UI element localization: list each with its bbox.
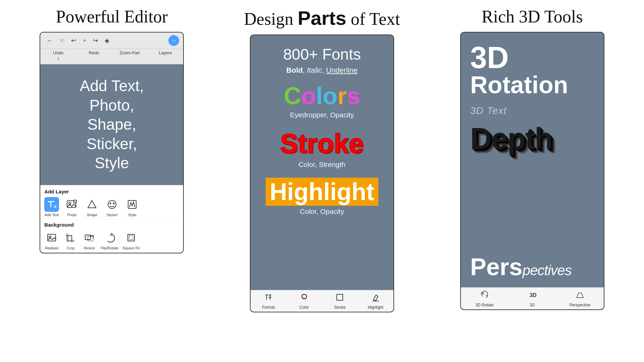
p2-stroke-sub: Color, Strength [260,161,384,169]
add-layer-title: Add Layer [44,189,179,194]
bg-item-crop[interactable]: Crop [63,230,78,250]
p3-3dtext-block: 3D Text [470,105,594,116]
svg-text:+: + [55,205,56,208]
phone3-toolbar: 3D 3D Rotate 3D 3D [461,287,604,309]
bg-icons-row: Replace Crop [44,230,179,250]
p2-highlight-word: Highlight [260,178,384,205]
squarefit-icon [124,230,139,245]
3d-icon: 3D [528,290,537,301]
p2-tool-format[interactable]: Format [251,293,286,310]
squarefit-label: Square Fit [123,246,140,250]
layer-item-addtext[interactable]: + Add Text [44,197,59,217]
p3-perspectives-block: Perspectives [470,253,594,281]
3d-label: 3D [530,303,535,307]
section-design-parts: Design Parts of Text 800+ Fonts Bold, It… [224,7,421,355]
undo-icon[interactable]: ↩ [69,36,78,45]
p2-color-s: s [347,82,360,109]
sticker-label: Sticker [107,213,118,217]
svg-point-14 [49,236,51,238]
stroke-label: Stroke [334,305,346,310]
crop-icon [63,230,78,245]
stroke-icon [335,293,344,304]
p2-highlight-sub: Color, Opacity [260,207,384,216]
svg-point-9 [108,200,116,208]
back-icon[interactable]: ← [44,37,54,45]
photo-label: Photo [67,213,77,217]
section-powerful-editor: Powerful Editor ← ☜ ↩ + ↪ ◈ → Undo ↓ [13,7,210,355]
phone2-toolbar: Format Color [251,290,393,312]
crop-label: Crop [66,246,74,250]
svg-rect-15 [68,236,72,241]
fliprotate-icon [102,230,117,245]
p3-perspectives-small: pectives [523,262,572,278]
shape-icon [85,197,99,212]
add-icon[interactable]: + [81,37,88,45]
layer-item-photo[interactable]: + Photo [64,197,79,217]
p2-tool-color[interactable]: Color [286,293,322,310]
p3-3d-text: 3D [470,43,594,73]
highlight-icon [371,293,380,304]
layer-item-shape[interactable]: Shape [85,197,99,217]
highlight-label: Highlight [368,305,383,310]
sticker-icon [105,197,119,212]
format-icon [264,293,273,304]
bg-item-fliprotate[interactable]: Flip/Rotate [101,230,118,250]
layers-icon[interactable]: ◈ [103,36,111,45]
format-label: Format [262,305,275,310]
layer-item-sticker[interactable]: Sticker [105,197,119,217]
p3-perspectives-big: Pers [470,253,523,281]
svg-point-11 [113,203,114,204]
phone-mockup-2: 800+ Fonts Bold, Italic, Underline Color… [250,35,394,312]
p2-color-r: r [337,82,347,109]
phone1-canvas: Add Text,Photo,Shape,Sticker,Style [40,64,183,185]
label-group-layers: Layers [148,50,183,61]
background-section: Background Replace [40,219,183,253]
page-container: Powerful Editor ← ☜ ↩ + ↪ ◈ → Undo ↓ [0,0,644,362]
p3-3dtext-label: 3D Text [470,105,594,116]
svg-marker-8 [88,200,96,208]
redo-icon[interactable]: ↪ [91,36,100,45]
section2-title: Design Parts of Text [244,7,400,29]
svg-rect-1 [50,201,51,207]
svg-point-10 [110,203,111,204]
background-title: Background [44,222,179,228]
section-3d-tools: Rich 3D Tools 3D Rotation 3D Text Depth … [434,7,631,355]
fliprotate-label: Flip/Rotate [101,246,118,250]
section2-title-bold: Parts [298,7,346,29]
addtext-label: Add Text [45,213,59,217]
phone-mockup-3: 3D Rotation 3D Text Depth Perspectives 3… [460,32,604,310]
p3-tool-3d[interactable]: 3D 3D [508,290,556,307]
hand-icon[interactable]: ☜ [57,36,66,45]
replace-label: Replace [45,246,58,250]
3drotate-icon: 3D [480,290,489,301]
layer-icons-row: + Add Text + [44,197,179,217]
svg-text:+: + [74,200,76,203]
canvas-text-1: Add Text,Photo,Shape,Sticker,Style [80,76,144,173]
p3-tool-perspective[interactable]: Perspective [556,290,604,307]
zoompan-label: Zoom-Pan [119,50,140,55]
p2-color-o: o [301,82,316,109]
section1-title: Powerful Editor [56,7,168,26]
photo-icon: + [64,197,79,212]
p3-tool-3drotate[interactable]: 3D 3D Rotate [461,290,508,307]
p2-eyedropper-text: Eyedropper, Opacity [260,111,384,119]
phone3-canvas: 3D Rotation 3D Text Depth Perspectives [461,33,604,287]
perspective-label: Perspective [569,303,590,307]
svg-text:3D: 3D [530,292,536,298]
bg-item-resize[interactable]: Resize [82,230,97,250]
section2-title-end: of Text [346,9,400,28]
p2-tool-stroke[interactable]: Stroke [322,293,358,310]
phone2-canvas: 800+ Fonts Bold, Italic, Underline Color… [251,35,393,290]
label-group-redo: Redo [76,50,112,61]
bg-item-replace[interactable]: Replace [44,230,59,250]
add-layer-section: Add Layer + Add Text [40,185,183,219]
layer-item-style[interactable]: Style [125,197,140,217]
bg-item-squarefit[interactable]: Square Fit [123,230,140,250]
next-icon[interactable]: → [168,35,179,46]
p2-tool-highlight[interactable]: Highlight [358,293,394,310]
phone-mockup-1: ← ☜ ↩ + ↪ ◈ → Undo ↓ Redo Zoom-Pan [40,32,184,253]
p2-color-l: l [316,82,323,109]
section2-title-plain: Design [244,9,298,28]
resize-label: Resize [84,246,95,250]
p2-highlight-span: Highlight [266,178,378,206]
